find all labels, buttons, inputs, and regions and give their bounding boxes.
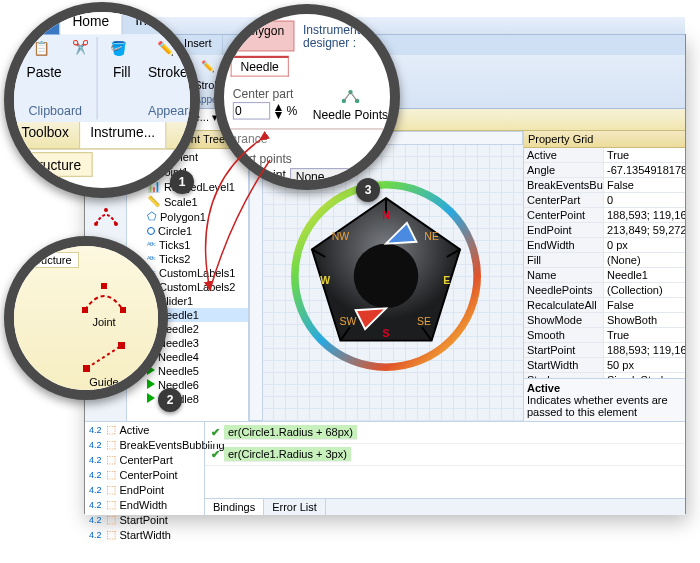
joint-icon (79, 280, 129, 314)
svg-text:SE: SE (417, 316, 431, 327)
tree-item[interactable]: ᴬᴮᶜTicks2 (147, 252, 248, 266)
tree-item[interactable]: Needle4 (147, 350, 248, 364)
svg-rect-25 (120, 307, 126, 313)
binding-prop[interactable]: 4.2⬚StartWidth (85, 527, 204, 542)
svg-rect-26 (101, 283, 107, 289)
callout-lens-3: Polygon Instrument designer : Needle Cen… (214, 4, 400, 190)
tree-item-icon: ⬠ (147, 210, 157, 223)
scissors-icon: ✂️ (72, 40, 90, 81)
property-row[interactable]: StartWidth50 px (524, 358, 685, 373)
bindings-panel: 4.2⬚Active4.2⬚BreakEventsBubbling4.2⬚Cen… (85, 421, 685, 515)
property-row[interactable]: CenterPoint188,593; 119,164 px (524, 208, 685, 223)
paste-icon: 📋 (33, 41, 56, 64)
svg-rect-28 (83, 365, 90, 372)
tab-bindings[interactable]: Bindings (205, 499, 264, 515)
property-row[interactable]: NameNeedle1 (524, 268, 685, 283)
needle-points-icon (338, 84, 362, 106)
check-icon: ✔ (211, 426, 220, 439)
property-row[interactable]: EndWidth0 px (524, 238, 685, 253)
tree-item[interactable]: 📊RangedLevel1 (147, 179, 248, 194)
property-row[interactable]: BreakEventsBubblingFalse (524, 178, 685, 193)
tree-item-icon (147, 379, 155, 391)
bindings-list: 4.2⬚Active4.2⬚BreakEventsBubbling4.2⬚Cen… (85, 422, 205, 515)
needle-points-button[interactable]: Needle Points (308, 83, 392, 122)
property-row[interactable]: SmoothTrue (524, 328, 685, 343)
svg-text:SW: SW (340, 316, 357, 327)
svg-text:S: S (383, 328, 390, 339)
property-row[interactable]: Fill(None) (524, 253, 685, 268)
property-description: ActiveIndicates whether events are passe… (524, 378, 685, 421)
tree-item[interactable]: Needle5 (147, 364, 248, 378)
callout-lens-2: Structure Joint Guide (4, 236, 168, 400)
svg-line-27 (87, 346, 121, 368)
binding-prop[interactable]: 4.2⬚EndPoint (85, 482, 204, 497)
svg-text:NW: NW (332, 231, 350, 242)
svg-point-2 (104, 208, 108, 212)
binding-prop[interactable]: 4.2⬚Active (85, 422, 204, 437)
property-row[interactable]: NeedlePoints(Collection) (524, 283, 685, 298)
svg-text:E: E (443, 275, 450, 286)
tab-needle[interactable]: Needle (231, 56, 289, 77)
property-row[interactable]: ShowModeShowBoth (524, 313, 685, 328)
spin-down[interactable]: ▼ (272, 110, 284, 118)
binding-prop[interactable]: 4.2⬚BreakEventsBubbling (85, 437, 204, 452)
svg-text:W: W (320, 275, 330, 286)
property-row[interactable]: RecalculateAllFalse (524, 298, 685, 313)
svg-point-0 (94, 222, 98, 226)
centerpart-input[interactable] (233, 101, 270, 119)
tree-item[interactable]: ᴬᴮᶜCustomLabels1 (147, 266, 248, 280)
bottom-tabs: Bindings Error List (205, 498, 685, 515)
tab-errorlist[interactable]: Error List (264, 499, 326, 515)
property-row[interactable]: Angle-67.1354918178100382 (524, 163, 685, 178)
binding-prop[interactable]: 4.2⬚CenterPoint (85, 467, 204, 482)
svg-point-1 (114, 222, 118, 226)
property-row[interactable]: CenterPart0 (524, 193, 685, 208)
property-row[interactable]: EndPoint213,849; 59,272 px (524, 223, 685, 238)
binding-prop[interactable]: 4.2⬚EndWidth (85, 497, 204, 512)
tree-item-icon: ᴬᴮᶜ (147, 241, 156, 250)
binding-row[interactable]: ✔er(Circle1.Radius + 3px) (205, 444, 685, 466)
binding-prop[interactable]: 4.2⬚StartPoint (85, 512, 204, 527)
step-badge-3: 3 (356, 178, 380, 202)
callout-lens-1: File Home Insert 📋Paste ✂️ Clipboard 🪣Fi… (4, 2, 200, 198)
guide-icon (79, 340, 129, 374)
titlebar: igner: 100% (85, 17, 685, 35)
tree-item[interactable]: ᴬᴮᶜTicks1 (147, 238, 248, 252)
svg-text:N: N (382, 210, 390, 221)
svg-point-8 (354, 244, 419, 309)
tree-item-icon: ᴬᴮᶜ (147, 255, 156, 264)
svg-text:NE: NE (424, 231, 439, 242)
check-icon: ✔ (211, 448, 220, 461)
tree-item-icon (147, 225, 155, 237)
binding-row[interactable]: ✔er(Circle1.Radius + 68px) (205, 422, 685, 444)
svg-rect-29 (118, 342, 125, 349)
tree-item[interactable]: Circle1 (147, 224, 248, 238)
compass-instrument[interactable]: N NE E SE S SW W NW (291, 181, 481, 371)
tree-item[interactable]: ⬠Polygon1 (147, 209, 248, 224)
property-header: Property Grid (524, 131, 685, 148)
property-row[interactable]: StartPoint188,593; 119,164 px (524, 343, 685, 358)
tree-item-icon: 📏 (147, 195, 161, 208)
svg-rect-24 (82, 307, 88, 313)
binding-prop[interactable]: 4.2⬚CenterPart (85, 452, 204, 467)
property-grid: Property Grid ActiveTrueAngle-67.1354918… (523, 131, 685, 421)
joint-tool-icon[interactable] (92, 204, 120, 228)
tree-item[interactable]: 📏Scale1 (147, 194, 248, 209)
property-row[interactable]: ActiveTrue (524, 148, 685, 163)
tree-item-icon (147, 393, 155, 405)
step-badge-1: 1 (170, 170, 194, 194)
step-badge-2: 2 (158, 388, 182, 412)
